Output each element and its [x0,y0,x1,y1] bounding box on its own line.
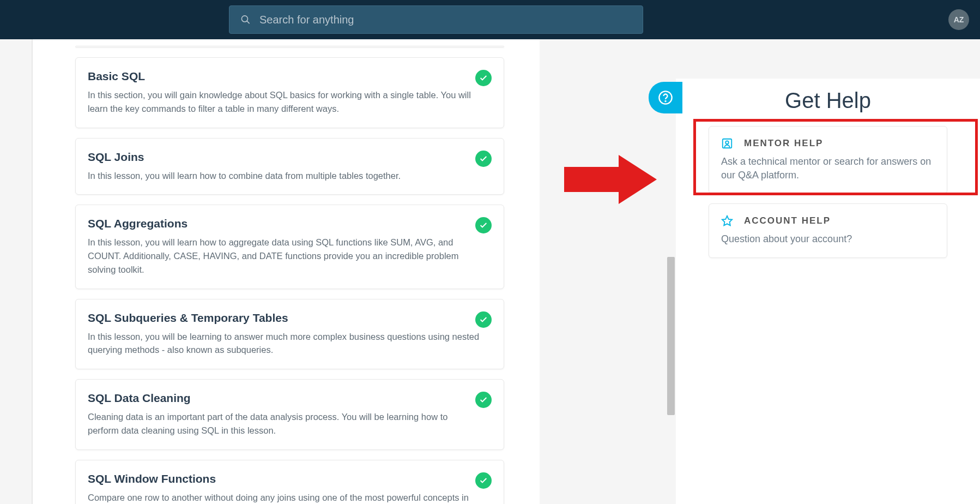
content-area: Basic SQL In this section, you will gain… [0,39,980,504]
lesson-title: Basic SQL [88,70,492,83]
help-card-title: ACCOUNT HELP [744,215,831,226]
avatar[interactable]: AZ [948,9,969,30]
help-toggle-button[interactable] [649,82,682,113]
lesson-card[interactable]: SQL Data Cleaning Cleaning data is an im… [75,379,504,450]
lesson-title: SQL Aggregations [88,217,492,230]
check-icon [475,151,492,167]
search-input[interactable] [259,14,632,26]
lesson-title: SQL Subqueries & Temporary Tables [88,311,492,325]
lesson-desc: In this lesson, you will learn how to co… [88,169,480,183]
help-panel: Get Help MENTOR HELP Ask a technical men… [676,79,980,504]
lesson-title: SQL Joins [88,151,492,164]
lesson-title: SQL Data Cleaning [88,392,492,405]
check-icon [475,70,492,86]
lesson-desc: In this lesson, you will be learning to … [88,330,480,357]
lesson-desc: Compare one row to another without doing… [88,491,480,505]
check-icon [475,311,492,328]
lesson-card-partial[interactable] [75,46,504,47]
lesson-desc: Cleaning data is an important part of th… [88,410,480,437]
svg-marker-6 [722,216,732,225]
check-icon [475,392,492,408]
search-icon [240,14,251,25]
svg-point-2 [659,91,672,104]
lesson-desc: In this lesson, you will learn how to ag… [88,236,480,276]
check-icon [475,472,492,489]
search-container[interactable] [229,5,643,34]
scrollbar[interactable]: ▾ [666,80,676,504]
star-icon [721,215,733,227]
svg-point-5 [725,141,729,144]
lesson-card[interactable]: SQL Subqueries & Temporary Tables In thi… [75,299,504,370]
annotation-arrow [564,155,657,206]
account-help-card[interactable]: ACCOUNT HELP Question about your account… [709,203,947,257]
mentor-icon [721,137,733,149]
lesson-card[interactable]: SQL Joins In this lesson, you will learn… [75,138,504,195]
svg-point-0 [241,16,247,22]
svg-marker-7 [564,155,657,204]
lesson-card[interactable]: SQL Aggregations In this lesson, you wil… [75,205,504,289]
app-header: AZ [0,0,980,39]
help-card-desc: Question about your account? [721,232,935,246]
lesson-desc: In this section, you will gain knowledge… [88,88,480,116]
mentor-help-card[interactable]: MENTOR HELP Ask a technical mentor or se… [709,126,947,194]
check-icon [475,217,492,233]
scrollbar-thumb[interactable] [667,257,675,415]
lessons-container: Basic SQL In this section, you will gain… [32,39,540,504]
help-panel-title: Get Help [676,88,980,113]
divider [32,39,33,504]
svg-point-3 [665,101,666,101]
svg-line-1 [247,21,250,23]
help-card-desc: Ask a technical mentor or search for ans… [721,155,935,182]
lessons-panel: Basic SQL In this section, you will gain… [32,39,540,504]
lesson-card[interactable]: Basic SQL In this section, you will gain… [75,57,504,128]
help-card-title: MENTOR HELP [744,138,823,149]
lesson-title: SQL Window Functions [88,472,492,485]
question-icon [658,90,673,105]
lesson-card[interactable]: SQL Window Functions Compare one row to … [75,460,504,505]
help-card-header: MENTOR HELP [721,137,935,149]
help-card-header: ACCOUNT HELP [721,215,935,227]
